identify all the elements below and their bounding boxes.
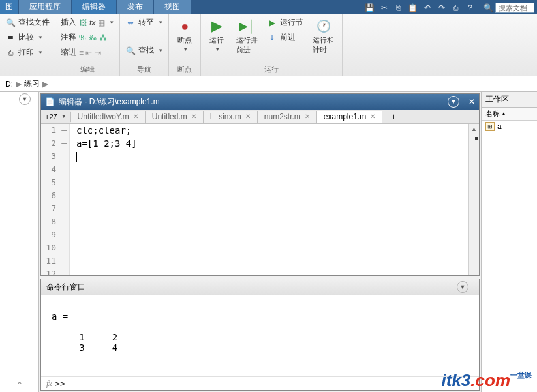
workspace-panel: 工作区 名称▲ ⊞ a	[481, 92, 537, 392]
scroll-up-icon[interactable]: ▲	[469, 124, 479, 134]
advance-button[interactable]: ⤓前进	[264, 31, 306, 44]
doc-search-input[interactable]	[495, 3, 534, 13]
compare-icon: ≣	[5, 33, 16, 43]
line-gutter: 1—2—3456789101112	[41, 124, 70, 275]
tab-close-icon[interactable]: ✕	[245, 113, 251, 120]
chevron-down-icon: ▼	[215, 46, 220, 52]
command-menu-button[interactable]: ▼	[457, 281, 468, 293]
run-section-icon: ▶	[267, 18, 277, 28]
chevron-down-icon: ▼	[183, 46, 188, 52]
chevron-down-icon: ▼	[38, 50, 43, 55]
help-icon[interactable]: ?	[465, 3, 476, 13]
chevron-down-icon: ▼	[158, 20, 163, 25]
ribbon-group-edit-label: 编辑	[58, 63, 117, 76]
chevron-right-icon: ▶	[42, 80, 48, 89]
run-section-button[interactable]: ▶运行节	[264, 16, 306, 29]
find-button[interactable]: 🔍查找▼	[123, 44, 166, 57]
search-file-icon: 🔍	[5, 18, 16, 28]
main-tab-editor[interactable]: 编辑器	[72, 0, 116, 14]
clock-icon: 🕐	[316, 18, 331, 34]
editor-window: 📄 编辑器 - D:\练习\example1.m ▼ ✕ +27▼ Untitl…	[40, 93, 480, 276]
center-panel: 📄 编辑器 - D:\练习\example1.m ▼ ✕ +27▼ Untitl…	[39, 92, 481, 392]
address-folder[interactable]: 练习	[24, 78, 40, 89]
editor-titlebar: 📄 编辑器 - D:\练习\example1.m ▼ ✕	[41, 94, 479, 110]
command-title-text: 命令行窗口	[46, 282, 85, 293]
editor-tab-3[interactable]: num2str.m✕	[258, 111, 317, 123]
editor-tab-4[interactable]: example1.m✕	[317, 111, 382, 123]
panel-expand-icon[interactable]: ⌃	[16, 380, 23, 389]
editor-close-icon[interactable]: ✕	[468, 97, 475, 106]
tab-close-icon[interactable]: ✕	[305, 113, 310, 120]
editor-body: 1—2—3456789101112 clc;clear;a=[1 2;3 4] …	[41, 124, 479, 275]
insert-button[interactable]: 插入 🖾 fx ▦▼	[58, 16, 117, 29]
breakpoint-icon: ●	[177, 18, 192, 34]
workspace-var-a[interactable]: ⊞ a	[482, 121, 537, 132]
compare-button[interactable]: ≣比较▼	[3, 31, 52, 44]
editor-tabs: +27▼ UntitledtwoY.m✕ Untitled.m✕ L_sinx.…	[41, 110, 479, 124]
breakpoints-button[interactable]: ● 断点 ▼	[172, 16, 198, 63]
editor-icon: 📄	[45, 97, 55, 106]
tab-close-icon[interactable]: ✕	[370, 113, 375, 120]
editor-title-text: 编辑器 - D:\练习\example1.m	[59, 97, 160, 108]
tab-close-icon[interactable]: ✕	[133, 113, 138, 120]
command-window: 命令行窗口 ▼ a = 1 2 3 4 fx >>	[40, 279, 480, 391]
address-bar[interactable]: D: ▶ 练习 ▶	[0, 76, 537, 92]
print-icon[interactable]: ⎙	[451, 3, 461, 13]
address-drive[interactable]: D:	[5, 80, 13, 89]
tab-close-icon[interactable]: ✕	[191, 113, 196, 120]
cut-icon[interactable]: ✂	[379, 3, 390, 13]
editor-tab-2[interactable]: L_sinx.m✕	[204, 111, 258, 123]
run-button[interactable]: ▶ 运行 ▼	[204, 16, 230, 63]
search-icon: 🔍	[483, 3, 493, 12]
editor-tab-1[interactable]: Untitled.m✕	[146, 111, 204, 123]
comment-button[interactable]: 注释 % ‰ ⁂	[58, 31, 117, 44]
ribbon-group-file-label	[3, 73, 52, 76]
goto-icon: ⇔	[125, 18, 136, 28]
undo-icon[interactable]: ↶	[422, 3, 433, 13]
quick-access-toolbar: 💾 ✂ ⎘ 📋 ↶ ↷ ⎙ ? 🔍	[362, 1, 537, 14]
redo-icon[interactable]: ↷	[437, 3, 447, 13]
workspace-col-name[interactable]: 名称▲	[482, 108, 537, 121]
left-panel: ▼ ⌃	[0, 92, 39, 392]
indent-button[interactable]: 缩进 ≡ ⇤ ⇥	[58, 46, 117, 59]
editor-scrollbar[interactable]: ▲	[468, 124, 479, 275]
chevron-down-icon: ▼	[109, 20, 114, 25]
find-files-button[interactable]: 🔍查找文件	[3, 16, 52, 29]
chevron-down-icon: ▼	[38, 35, 43, 40]
ribbon-toolbar: 🔍查找文件 ≣比较▼ ⎙打印▼ 插入 🖾 fx ▦▼ 注释 % ‰ ⁂ 缩进 ≡…	[0, 14, 537, 76]
goto-button[interactable]: ⇔转至▼	[123, 16, 166, 29]
ribbon-group-bp-label: 断点	[172, 63, 198, 76]
main-tab-apps[interactable]: 应用程序	[19, 0, 71, 14]
main-tab-home[interactable]: 图	[0, 0, 18, 14]
editor-menu-button[interactable]: ▼	[448, 96, 459, 108]
panel-collapse-button[interactable]: ▼	[19, 93, 31, 105]
code-area[interactable]: clc;clear;a=[1 2;3 4]	[70, 124, 468, 275]
find-icon: 🔍	[125, 46, 136, 56]
main-tab-publish[interactable]: 发布	[117, 0, 153, 14]
editor-tab-0[interactable]: UntitledtwoY.m✕	[71, 111, 146, 123]
command-output[interactable]: a = 1 2 3 4	[41, 295, 479, 376]
main-tab-bar: 图 应用程序 编辑器 发布 视图 💾 ✂ ⎘ 📋 ↶ ↷ ⎙ ? 🔍	[0, 0, 537, 14]
run-advance-button[interactable]: ▶│ 运行并 前进	[231, 16, 263, 63]
ribbon-group-nav-label: 导航	[123, 63, 166, 76]
main-area: ▼ ⌃ 📄 编辑器 - D:\练习\example1.m ▼ ✕ +27▼ Un…	[0, 92, 537, 392]
ribbon-group-run-label: 运行	[204, 63, 339, 76]
advance-icon: ⤓	[267, 33, 277, 43]
save-icon[interactable]: 💾	[365, 3, 375, 13]
run-advance-icon: ▶│	[239, 18, 255, 34]
print-button[interactable]: ⎙打印▼	[3, 46, 52, 59]
copy-icon[interactable]: ⎘	[393, 3, 404, 13]
print-icon: ⎙	[5, 48, 16, 58]
variable-icon: ⊞	[485, 122, 495, 131]
run-time-button[interactable]: 🕐 运行和 计时	[307, 16, 339, 63]
main-tab-view[interactable]: 视图	[154, 0, 191, 14]
tab-scroll-button[interactable]: +27▼	[41, 112, 71, 122]
prompt-text: >>	[55, 378, 66, 389]
paste-icon[interactable]: 📋	[408, 3, 418, 13]
minimap-marker	[475, 137, 478, 140]
fx-icon[interactable]: fx	[44, 379, 55, 389]
workspace-title: 工作区	[482, 92, 537, 108]
command-prompt[interactable]: fx >>	[41, 376, 479, 390]
chevron-down-icon: ▼	[158, 48, 163, 53]
new-tab-button[interactable]: +	[384, 110, 403, 124]
